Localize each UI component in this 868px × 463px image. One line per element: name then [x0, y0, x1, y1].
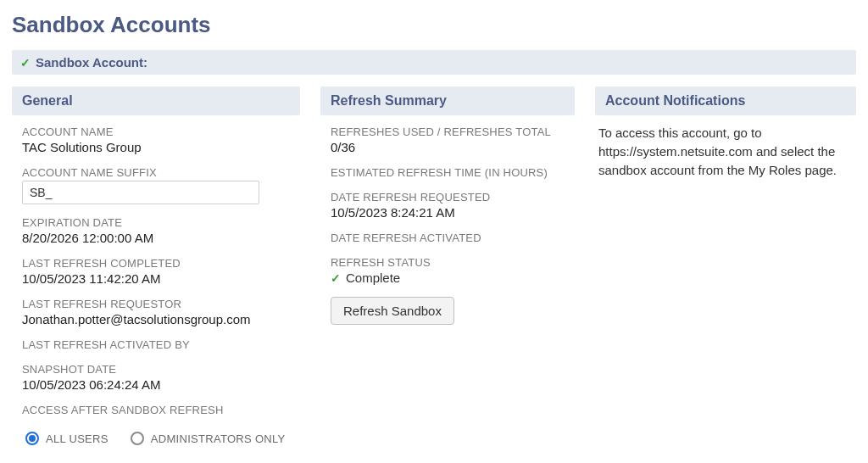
radio-admins-only-label: ADMINISTRATORS ONLY [151, 432, 286, 445]
refresh-status-label: REFRESH STATUS [331, 256, 570, 269]
account-name-value: TAC Solutions Group [22, 140, 295, 154]
banner-label: Sandbox Account: [36, 55, 147, 70]
last-refresh-completed-value: 10/05/2023 11:42:20 AM [22, 271, 295, 286]
check-icon: ✓ [331, 272, 341, 284]
expiration-value: 8/20/2026 12:00:00 AM [22, 231, 295, 245]
refresh-status-value: Complete [346, 271, 400, 285]
last-refresh-requestor-value: Jonathan.potter@tacsolutionsgroup.com [22, 312, 295, 326]
check-icon: ✓ [20, 57, 31, 69]
page-title: Sandbox Accounts [12, 12, 860, 38]
radio-admins-only[interactable]: ADMINISTRATORS ONLY [131, 432, 286, 445]
general-header: General [12, 86, 300, 115]
estimated-time-label: ESTIMATED REFRESH TIME (IN HOURS) [331, 166, 570, 179]
notifications-panel: Account Notifications To access this acc… [595, 86, 856, 450]
radio-all-users-label: ALL USERS [46, 432, 108, 445]
radio-all-users[interactable]: ALL USERS [25, 432, 108, 445]
access-radio-group: ALL USERS ADMINISTRATORS ONLY [22, 432, 295, 445]
date-requested-label: DATE REFRESH REQUESTED [331, 191, 570, 204]
account-suffix-label: ACCOUNT NAME SUFFIX [22, 166, 295, 179]
expiration-label: EXPIRATION DATE [22, 216, 295, 229]
date-activated-label: DATE REFRESH ACTIVATED [331, 232, 570, 244]
refresh-sandbox-button[interactable]: Refresh Sandbox [331, 297, 454, 325]
access-after-label: ACCESS AFTER SANDBOX REFRESH [22, 404, 295, 416]
last-refresh-completed-label: LAST REFRESH COMPLETED [22, 257, 295, 270]
sandbox-account-banner: ✓ Sandbox Account: [12, 50, 856, 75]
refreshes-used-label: REFRESHES USED / REFRESHES TOTAL [331, 126, 570, 138]
refresh-panel: Refresh Summary REFRESHES USED / REFRESH… [320, 86, 575, 450]
general-panel: General ACCOUNT NAME TAC Solutions Group… [12, 86, 300, 450]
refresh-header: Refresh Summary [320, 86, 575, 115]
refreshes-used-value: 0/36 [331, 140, 570, 154]
radio-icon [25, 432, 39, 445]
account-name-label: ACCOUNT NAME [22, 126, 295, 138]
snapshot-label: SNAPSHOT DATE [22, 363, 295, 376]
account-suffix-input[interactable] [22, 181, 259, 204]
snapshot-value: 10/05/2023 06:24:24 AM [22, 377, 295, 392]
radio-icon [131, 432, 144, 445]
last-refresh-requestor-label: LAST REFRESH REQUESTOR [22, 298, 295, 310]
date-requested-value: 10/5/2023 8:24:21 AM [331, 205, 570, 220]
notifications-text: To access this account, go to https://sy… [595, 115, 856, 182]
notifications-header: Account Notifications [595, 86, 856, 115]
last-refresh-activated-by-label: LAST REFRESH ACTIVATED BY [22, 338, 295, 351]
